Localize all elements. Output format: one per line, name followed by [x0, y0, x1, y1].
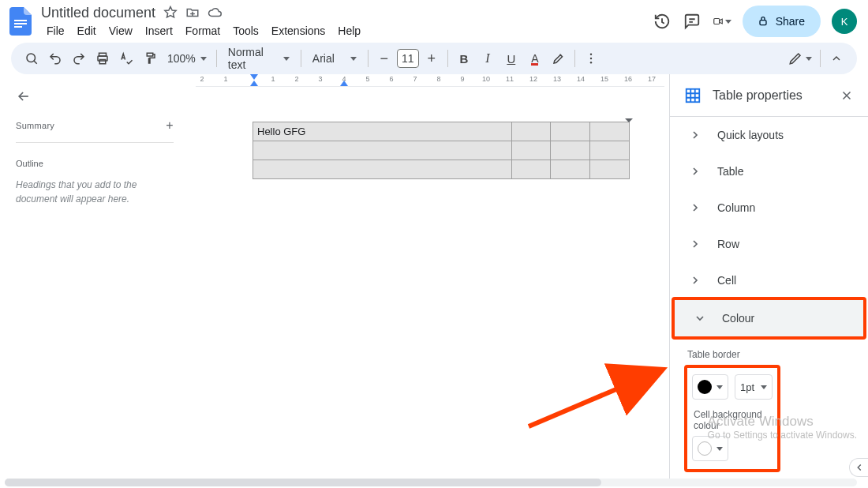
border-width-select[interactable]: 1pt [735, 374, 773, 400]
svg-rect-2 [14, 26, 22, 28]
menu-help[interactable]: Help [332, 24, 366, 38]
increase-font-size-button[interactable]: + [421, 47, 443, 69]
menu-edit[interactable]: Edit [72, 24, 102, 38]
zoom-select[interactable]: 100% [163, 52, 211, 65]
section-column[interactable]: Column [670, 190, 868, 226]
menu-insert[interactable]: Insert [140, 24, 178, 38]
chevron-right-icon [687, 165, 703, 178]
document-table[interactable]: Hello GFG [253, 122, 630, 179]
table-cell[interactable] [253, 141, 512, 160]
windows-activation-watermark: Activate Windows Go to Settings to activ… [708, 414, 857, 441]
table-cell[interactable] [551, 141, 590, 160]
menu-file[interactable]: File [41, 24, 70, 38]
section-label: Column [717, 201, 755, 214]
comments-icon[interactable] [683, 12, 702, 31]
side-panel-toggle[interactable] [849, 458, 868, 477]
table-cell[interactable] [511, 160, 551, 179]
section-label: Quick layouts [717, 129, 784, 141]
section-cell[interactable]: Cell [670, 262, 868, 298]
table-cell[interactable] [590, 160, 630, 179]
share-button[interactable]: Share [743, 6, 821, 37]
menu-format[interactable]: Format [180, 24, 226, 38]
zoom-value: 100% [167, 52, 196, 65]
italic-button[interactable]: I [477, 47, 499, 69]
toolbar: 100% Normal text Arial − 11 + B I U A [11, 43, 857, 74]
document-page: Hello GFG [253, 90, 669, 480]
border-color-select[interactable] [692, 374, 728, 400]
table-border-label: Table border [670, 338, 868, 366]
table-handle-icon[interactable] [625, 116, 633, 124]
horizontal-scrollbar[interactable] [5, 479, 857, 486]
spellcheck-icon[interactable] [115, 47, 137, 69]
editing-mode-select[interactable] [785, 51, 815, 66]
menu-tools[interactable]: Tools [227, 24, 264, 38]
menu-extensions[interactable]: Extensions [266, 24, 331, 38]
svg-rect-1 [14, 23, 27, 24]
docs-logo-icon[interactable] [6, 7, 35, 36]
highlight-color-button[interactable] [548, 47, 570, 69]
svg-point-9 [590, 54, 592, 55]
document-title[interactable]: Untitled document [41, 5, 155, 21]
paragraph-style-select[interactable]: Normal text [222, 47, 296, 69]
section-quick-layouts[interactable]: Quick layouts [670, 117, 868, 153]
print-icon[interactable] [92, 47, 114, 69]
table-cell[interactable] [590, 141, 630, 160]
chevron-right-icon [687, 274, 703, 287]
history-icon[interactable] [653, 12, 672, 31]
svg-point-11 [590, 62, 592, 63]
black-swatch-icon [698, 380, 712, 394]
watermark-sub: Go to Settings to activate Windows. [708, 430, 857, 441]
text-color-button[interactable]: A [524, 47, 546, 69]
underline-button[interactable]: U [500, 47, 522, 69]
star-icon[interactable] [163, 6, 178, 20]
collapse-toolbar-button[interactable] [825, 47, 847, 69]
horizontal-ruler[interactable]: 211234567891011121314151617 [196, 74, 664, 87]
decrease-font-size-button[interactable]: − [373, 47, 395, 69]
font-size-input[interactable]: 11 [397, 49, 419, 68]
table-cell[interactable] [551, 160, 590, 179]
section-colour[interactable]: Colour [675, 300, 863, 336]
section-table[interactable]: Table [670, 153, 868, 190]
close-panel-button[interactable] [840, 88, 854, 103]
paint-format-icon[interactable] [139, 47, 161, 69]
chevron-down-icon [716, 447, 723, 451]
chevron-down-icon [716, 385, 723, 389]
account-avatar[interactable]: K [832, 9, 857, 34]
table-cell[interactable]: Hello GFG [253, 122, 512, 141]
cloud-status-icon[interactable] [208, 6, 222, 20]
share-label: Share [776, 15, 805, 28]
outline-panel: Summary + Outline Headings that you add … [0, 74, 189, 480]
add-summary-button[interactable]: + [166, 118, 174, 133]
menu-view[interactable]: View [103, 24, 138, 38]
menu-bar: File Edit View Insert Format Tools Exten… [41, 22, 649, 39]
svg-rect-0 [14, 20, 27, 21]
table-cell[interactable] [511, 122, 551, 141]
table-cell[interactable] [511, 141, 551, 160]
document-canvas[interactable]: 211234567891011121314151617 Hello GFG [189, 74, 669, 480]
font-family-select[interactable]: Arial [306, 47, 363, 69]
svg-point-5 [27, 54, 36, 62]
chevron-down-icon [806, 57, 812, 61]
move-icon[interactable] [185, 6, 200, 20]
table-cell[interactable] [253, 160, 512, 179]
outline-empty-hint: Headings that you add to the document wi… [16, 178, 174, 206]
undo-icon[interactable] [44, 47, 66, 69]
bold-button[interactable]: B [453, 47, 475, 69]
white-swatch-icon [698, 441, 712, 456]
table-properties-icon [684, 87, 702, 104]
table-cell[interactable] [551, 122, 590, 141]
meet-icon[interactable] [713, 12, 731, 31]
watermark-heading: Activate Windows [708, 414, 857, 430]
font-value: Arial [312, 52, 335, 65]
search-icon[interactable] [21, 47, 43, 69]
outline-back-button[interactable] [16, 88, 174, 104]
chevron-down-icon [200, 57, 207, 61]
chevron-right-icon [687, 129, 703, 141]
chevron-right-icon [687, 238, 703, 250]
scrollbar-thumb[interactable] [5, 479, 601, 486]
redo-icon[interactable] [68, 47, 90, 69]
section-row[interactable]: Row [670, 226, 868, 262]
table-cell[interactable] [590, 122, 630, 141]
section-label: Cell [717, 274, 736, 287]
more-tools-button[interactable] [580, 47, 602, 69]
